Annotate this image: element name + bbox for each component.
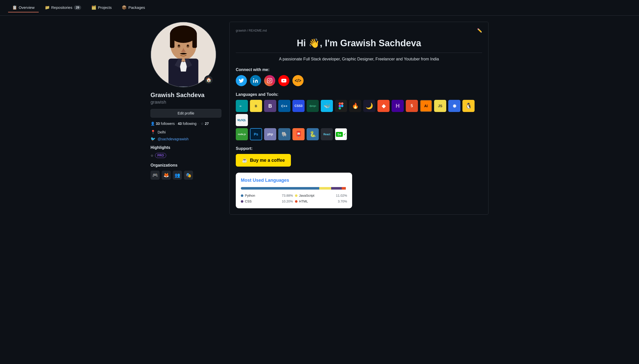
svg-point-9 <box>187 45 189 47</box>
following-label: following <box>183 122 196 126</box>
svg-point-20 <box>269 80 270 81</box>
tools-section: Languages and Tools: ∞ B B C++ CSS3 djan… <box>236 92 482 140</box>
stats-separator: · <box>176 122 177 126</box>
top-navigation: 📋 Overview 📁 Repositories 29 🗂️ Projects… <box>0 0 639 16</box>
following-count[interactable]: 43 <box>178 122 182 126</box>
tool-django: django <box>307 100 319 112</box>
location-text: Delhi <box>158 130 166 134</box>
lang-name: CSS <box>245 199 252 203</box>
org-avatar-1[interactable]: 🎮 <box>151 171 160 180</box>
star-icon: ☆ <box>201 122 204 126</box>
highlights-title: Highlights <box>151 145 221 150</box>
star-highlights-icon: ☆ <box>151 154 154 157</box>
tab-repositories-label: Repositories <box>51 5 72 10</box>
lang-item: JavaScript 11.02% <box>295 194 347 197</box>
lang-pct: 3.70% <box>338 199 347 203</box>
youtube-social-link[interactable] <box>278 75 289 86</box>
lang-item: Python 73.88% <box>241 194 293 197</box>
tool-git: ◆ <box>377 100 390 112</box>
tab-packages-label: Packages <box>128 5 145 10</box>
svg-rect-26 <box>341 102 344 105</box>
language-bar <box>241 187 347 190</box>
tools-title: Languages and Tools: <box>236 92 482 97</box>
tool-arduino: ∞ <box>236 100 248 112</box>
highlights-section: Highlights ☆ PRO <box>151 145 221 158</box>
lang-name: HTML <box>299 199 308 203</box>
svg-point-8 <box>178 45 180 47</box>
buymeacoffee-button[interactable]: ☕ Buy me a coffee <box>236 154 291 167</box>
pro-badge: ☆ PRO <box>151 153 166 158</box>
location-icon: 📍 <box>151 130 156 134</box>
support-section: Support: ☕ Buy me a coffee <box>236 146 482 167</box>
tool-selenium: Se ✓ <box>335 128 347 140</box>
edit-readme-icon[interactable]: ✏️ <box>477 28 482 33</box>
page-layout: 🏠 Grawish Sachdeva grawish Edit profile … <box>142 16 497 227</box>
svg-point-18 <box>253 78 254 79</box>
svg-rect-19 <box>267 78 272 83</box>
tab-packages[interactable]: 📦 Packages <box>118 3 149 12</box>
readme-title: Hi 👋, I'm Grawish Sachdeva <box>236 38 482 49</box>
tool-babel: B <box>250 100 262 112</box>
lang-dot <box>241 200 243 203</box>
leetcode-social-link[interactable]: </> <box>292 75 304 86</box>
tool-nodejs: node.js <box>236 128 248 140</box>
repositories-badge: 29 <box>74 5 81 10</box>
svg-rect-27 <box>339 105 341 107</box>
edit-profile-button[interactable]: Edit profile <box>151 109 221 118</box>
tool-html5: 5 <box>406 100 418 112</box>
svg-rect-28 <box>339 107 341 109</box>
tab-repositories[interactable]: 📁 Repositories 29 <box>41 3 86 12</box>
lang-item: HTML 3.70% <box>295 199 347 203</box>
tab-projects[interactable]: 🗂️ Projects <box>87 3 116 12</box>
tool-illustrator: Ai <box>420 100 432 112</box>
buymeacoffee-label: Buy me a coffee <box>250 158 285 163</box>
profile-meta: 📍 Delhi 🐦 @sachdevagrawish <box>151 130 221 141</box>
lang-pct: 73.88% <box>282 194 293 197</box>
org-avatars-list: 🎮 🦊 👥 🎭 <box>151 171 221 180</box>
readme-path: grawish / README.md ✏️ <box>236 28 482 33</box>
svg-point-21 <box>271 79 271 80</box>
org-avatar-2[interactable]: 🦊 <box>162 171 171 180</box>
linkedin-social-link[interactable] <box>250 75 261 86</box>
avatar-badge: 🏠 <box>204 75 213 84</box>
org-avatar-4[interactable]: 🎭 <box>184 171 193 180</box>
stats-title: Most Used Languages <box>241 178 347 183</box>
tool-php: php <box>264 128 276 140</box>
tool-linux: 🐧 <box>462 100 475 112</box>
svg-rect-4 <box>170 34 175 48</box>
readme-path-text: grawish / README.md <box>236 29 267 32</box>
overview-icon: 📋 <box>12 5 17 10</box>
org-avatar-3[interactable]: 👥 <box>173 171 182 180</box>
connect-section: Connect with me: </> <box>236 67 482 86</box>
profile-username: grawish <box>151 100 221 105</box>
readme-divider <box>236 53 482 53</box>
svg-point-29 <box>341 105 344 107</box>
twitter-social-link[interactable] <box>236 75 247 86</box>
followers-count[interactable]: 33 <box>156 122 160 126</box>
stats-separator2: · <box>198 122 199 126</box>
tool-gatsby: 🌙 <box>363 100 375 112</box>
svg-text:∞: ∞ <box>240 104 242 107</box>
social-icons-list: </> <box>236 75 482 86</box>
lang-name: JavaScript <box>299 194 314 197</box>
twitter-handle[interactable]: @sachdevagrawish <box>158 137 188 141</box>
readme-card: grawish / README.md ✏️ Hi 👋, I'm Grawish… <box>229 22 488 215</box>
avatar-container: 🏠 <box>151 22 216 87</box>
lang-pct: 10.20% <box>282 199 293 203</box>
packages-icon: 📦 <box>122 5 127 10</box>
svg-rect-5 <box>192 34 197 48</box>
stars-count[interactable]: 27 <box>205 122 209 126</box>
readme-subtitle: A passionate Full Stack developer, Graph… <box>236 57 482 61</box>
tool-firebase: 🔥 <box>349 100 361 112</box>
main-content: grawish / README.md ✏️ Hi 👋, I'm Grawish… <box>229 22 488 221</box>
tool-mysql: MySQL <box>236 114 248 126</box>
lang-dot <box>295 200 297 203</box>
tab-overview[interactable]: 📋 Overview <box>8 3 39 12</box>
instagram-social-link[interactable] <box>264 75 275 86</box>
svg-rect-25 <box>339 102 341 105</box>
projects-icon: 🗂️ <box>91 5 96 10</box>
twitter-item: 🐦 @sachdevagrawish <box>151 136 221 141</box>
follow-stats: 👤 33 followers · 43 following · ☆ 27 <box>151 122 221 126</box>
tool-react: React <box>321 128 333 140</box>
location-item: 📍 Delhi <box>151 130 221 134</box>
